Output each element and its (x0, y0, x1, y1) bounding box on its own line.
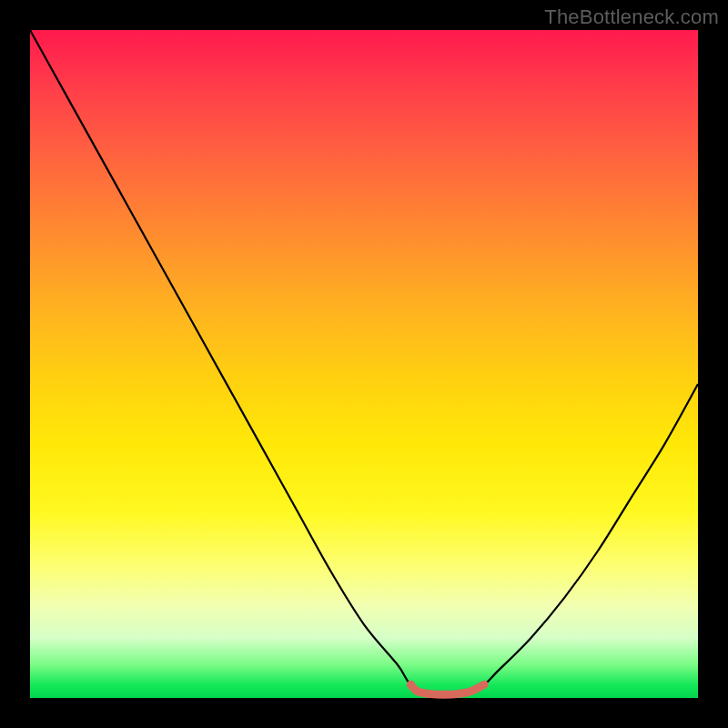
bottleneck-curve-svg (30, 30, 698, 698)
sweet-spot-marker (410, 684, 484, 694)
bottleneck-curve (30, 30, 698, 696)
plot-area (30, 30, 698, 698)
watermark-text: TheBottleneck.com (544, 5, 719, 29)
chart-frame: TheBottleneck.com (0, 0, 728, 728)
